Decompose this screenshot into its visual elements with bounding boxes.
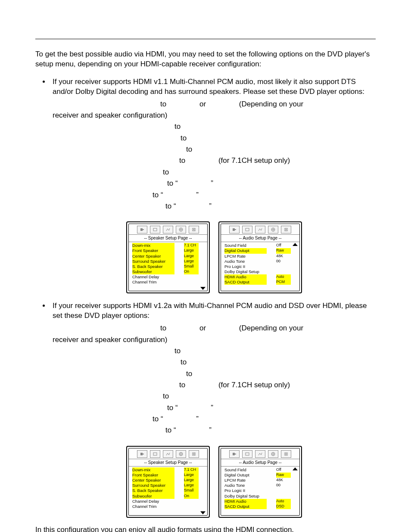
option-line: to “ ” xyxy=(53,402,376,414)
panel-key: Audio Tone xyxy=(224,483,267,488)
panel-row: Digital OutuptRaw xyxy=(224,473,292,478)
panel-tabs xyxy=(129,224,207,234)
panel-value: Small xyxy=(184,264,199,269)
panel-value: Large xyxy=(184,478,199,483)
option-b: ” xyxy=(196,415,199,423)
option-list: to or (Depending on yourreceiver and spe… xyxy=(53,323,376,436)
panel-row: Channel Delay xyxy=(131,274,199,280)
option-a: to xyxy=(181,133,187,144)
panel-value xyxy=(184,280,199,285)
panel-value: Small xyxy=(184,488,199,493)
option-a: to xyxy=(186,368,192,380)
panel-row: LPCM Rate48K xyxy=(224,254,292,259)
option-note: (Depending on your xyxy=(239,324,303,332)
panel-row: SACD OutputDSD xyxy=(224,504,292,509)
panel-scroll-arrows xyxy=(200,467,206,514)
panel-key: Subwoofer xyxy=(132,494,174,499)
panel-value xyxy=(276,269,291,274)
panel-key: Digital Outupt xyxy=(224,248,267,253)
panel-row: S. Back SpeakerSmall xyxy=(131,264,199,269)
panel-row: Audio Tone00 xyxy=(224,483,292,488)
intro-paragraph: To get the best possible audio via HDMI,… xyxy=(35,50,376,69)
option-b: or xyxy=(199,100,206,108)
globe-icon xyxy=(176,450,186,458)
setup-diagram-row: -- Speaker Setup Page --Down-mix7.1 CHFr… xyxy=(53,221,376,293)
panel-value xyxy=(276,494,291,499)
panel-row: S. Back SpeakerSmall xyxy=(131,488,199,493)
chevron-up-icon xyxy=(293,467,298,470)
setup-panel: -- Audio Setup Page --Sound FieldOffDigi… xyxy=(218,446,302,518)
svg-rect-16 xyxy=(235,454,236,454)
panel-tabs xyxy=(221,224,299,234)
panel-row: Channel Trim xyxy=(131,280,199,285)
setup-diagram-row: -- Speaker Setup Page --Down-mix7.1 CHFr… xyxy=(53,446,376,518)
panel-value xyxy=(184,499,199,504)
option-line: to xyxy=(53,357,376,368)
panel-key: Down-mix xyxy=(132,467,174,473)
option-a: to “ xyxy=(165,425,176,436)
option-line: to “ ” xyxy=(53,190,376,201)
misc-icon xyxy=(281,226,291,233)
option-a: to xyxy=(179,380,185,391)
setup-panel: -- Speaker Setup Page --Down-mix7.1 CHFr… xyxy=(126,446,210,518)
panel-body: Down-mix7.1 CHFront SpeakerLargeCenter S… xyxy=(129,467,207,515)
panel-key: S. Back Speaker xyxy=(132,264,174,269)
panel-row: Down-mix7.1 CH xyxy=(131,243,199,248)
panel-value: DSD xyxy=(276,504,291,509)
panel-value: Large xyxy=(184,483,199,488)
panel-body: Sound FieldOffDigital OutuptRawLPCM Rate… xyxy=(221,242,299,291)
option-note: (for 7.1CH setup only) xyxy=(218,381,290,389)
panel-key: Center Speaker xyxy=(132,478,174,483)
option-section: If your receiver supports HDMI v1.1 Mult… xyxy=(50,77,376,294)
panel-value: 48K xyxy=(276,478,291,483)
chevron-down-icon xyxy=(200,287,206,290)
option-line: to xyxy=(53,345,376,357)
option-list: to or (Depending on yourreceiver and spe… xyxy=(53,99,376,212)
audio-icon xyxy=(255,226,265,233)
video-icon xyxy=(242,450,252,458)
panel-key: Dolby Digital Setup xyxy=(224,494,267,499)
option-a: to xyxy=(181,357,187,368)
panel-key: Audio Tone xyxy=(224,259,267,264)
panel-row: Front SpeakerLarge xyxy=(131,248,199,253)
speaker-icon xyxy=(229,450,240,458)
document-page: To get the best possible audio via HDMI,… xyxy=(35,0,376,532)
video-icon xyxy=(150,450,160,458)
panel-key: Front Speaker xyxy=(132,248,174,253)
panel-row: Surround SpeakerLarge xyxy=(131,259,199,264)
panel-row: Sound FieldOff xyxy=(224,243,292,248)
svg-rect-2 xyxy=(153,228,157,231)
panel-value: Raw xyxy=(276,473,291,478)
option-line: receiver and speaker configuration) xyxy=(53,334,376,345)
panel-value: Raw xyxy=(276,248,291,253)
panel-value xyxy=(184,504,199,509)
panel-value: Large xyxy=(184,248,199,253)
panel-title: -- Audio Setup Page -- xyxy=(221,459,299,467)
panel-value: Large xyxy=(184,259,199,264)
panel-key: Pro Logic II xyxy=(224,488,267,493)
speaker-icon xyxy=(137,226,147,233)
option-note: (Depending on your xyxy=(239,100,303,108)
option-a: to “ xyxy=(167,402,178,414)
header-rule xyxy=(35,39,376,39)
panel-value: Off xyxy=(276,243,291,248)
panel-scroll-arrows xyxy=(292,467,298,514)
setup-panel: -- Speaker Setup Page --Down-mix7.1 CHFr… xyxy=(126,221,210,293)
panel-row: Digital OutuptRaw xyxy=(224,248,292,253)
option-sections: If your receiver supports HDMI v1.1 Mult… xyxy=(50,77,376,518)
panel-row: Pro Logic II xyxy=(224,264,292,269)
panel-row: Channel Trim xyxy=(131,504,199,509)
svg-rect-6 xyxy=(235,229,236,230)
panel-row: Surround SpeakerLarge xyxy=(131,483,199,488)
panel-value: Off xyxy=(276,467,291,473)
panel-key: Subwoofer xyxy=(132,269,174,274)
panel-row: Center SpeakerLarge xyxy=(131,254,199,259)
panel-row: Sound FieldOff xyxy=(224,467,292,473)
panel-key: Sound Field xyxy=(224,467,267,473)
panel-key: Dolby Digital Setup xyxy=(224,269,267,274)
panel-key: HDMI Audio xyxy=(224,274,267,280)
option-line: to “ ” xyxy=(53,425,376,436)
panel-value xyxy=(184,274,199,280)
option-a: receiver and speaker configuration) xyxy=(53,334,167,345)
panel-row: Channel Delay xyxy=(131,499,199,504)
